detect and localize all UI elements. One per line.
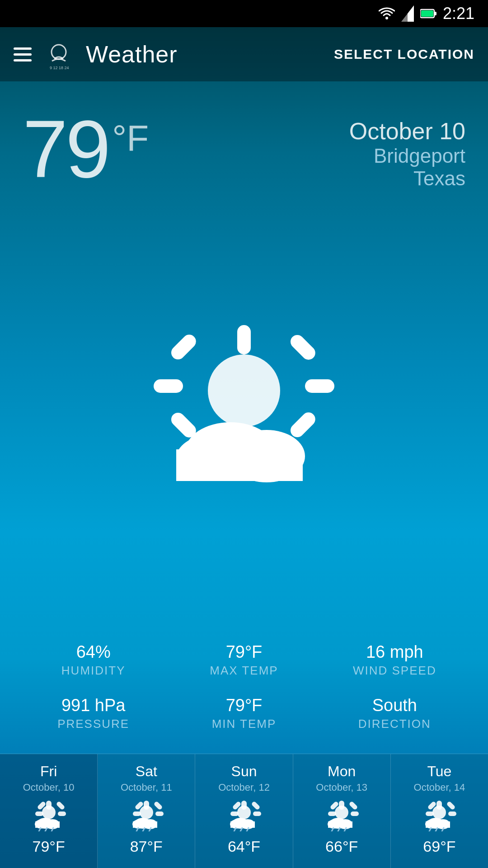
forecast-day-name: Tue — [427, 763, 451, 780]
temperature-display: 79 °F — [23, 108, 149, 190]
svg-rect-42 — [133, 821, 157, 828]
current-city: Bridgeport — [349, 145, 465, 167]
pressure-value: 991 hPa — [23, 696, 164, 715]
status-bar: 2:21 — [0, 0, 488, 27]
status-icons: 2:21 — [379, 4, 474, 23]
svg-point-0 — [385, 17, 388, 19]
main-weather: 79 °F October 10 Bridgeport Texas — [0, 81, 488, 868]
svg-rect-74 — [448, 811, 456, 816]
stat-humidity: 64% HUMIDITY — [18, 633, 169, 687]
forecast-day-sat[interactable]: Sat October, 11 87°F — [98, 754, 195, 868]
svg-rect-19 — [176, 449, 303, 481]
svg-point-51 — [237, 806, 251, 819]
forecast-day-name: Fri — [40, 763, 57, 780]
svg-point-15 — [208, 354, 280, 427]
stat-pressure: 991 hPa PRESSURE — [18, 687, 169, 740]
svg-rect-8 — [237, 325, 251, 354]
svg-rect-13 — [169, 332, 199, 362]
forecast-day-name: Sun — [231, 763, 257, 780]
temperature-unit: °F — [112, 118, 149, 159]
battery-icon — [420, 9, 436, 19]
stat-direction: South DIRECTION — [319, 687, 470, 740]
forecast-temperature: 69°F — [423, 838, 455, 855]
date-location: October 10 Bridgeport Texas — [349, 108, 465, 190]
app-title: Weather — [86, 41, 178, 68]
stats-grid: 64% HUMIDITY 79°F MAX TEMP 16 mph WIND S… — [0, 624, 488, 754]
direction-label: DIRECTION — [324, 717, 465, 731]
forecast-day-date: October, 12 — [218, 782, 270, 793]
svg-rect-60 — [349, 801, 358, 810]
forecast-day-tue[interactable]: Tue October, 14 69°F — [391, 754, 488, 868]
svg-point-25 — [42, 806, 56, 819]
svg-rect-81 — [426, 821, 450, 828]
wind-speed-label: WIND SPEED — [324, 664, 465, 678]
svg-rect-4 — [434, 12, 436, 15]
max-temp-value: 79°F — [173, 642, 314, 662]
svg-text:9 12 18 24: 9 12 18 24 — [50, 66, 69, 70]
app-header: 9 12 18 24 Weather SELECT LOCATION — [0, 27, 488, 81]
weather-icon-area — [0, 199, 488, 624]
forecast-weather-icon — [31, 800, 67, 831]
svg-rect-35 — [155, 811, 164, 816]
temp-date-row: 79 °F October 10 Bridgeport Texas — [0, 81, 488, 199]
svg-rect-22 — [58, 811, 66, 816]
svg-rect-29 — [35, 821, 60, 828]
forecast-temperature: 79°F — [33, 838, 65, 855]
svg-rect-73 — [446, 801, 456, 810]
direction-value: South — [324, 696, 465, 715]
forecast-temperature: 66°F — [325, 838, 358, 855]
svg-point-38 — [140, 806, 153, 819]
min-temp-value: 79°F — [173, 696, 314, 715]
current-date: October 10 — [349, 118, 465, 145]
humidity-value: 64% — [23, 642, 164, 662]
app-container: 9 12 18 24 Weather SELECT LOCATION 79 °F… — [0, 27, 488, 868]
max-temp-label: MAX TEMP — [173, 664, 314, 678]
svg-rect-47 — [251, 801, 260, 810]
forecast-day-date: October, 13 — [316, 782, 367, 793]
forecast-day-date: October, 11 — [121, 782, 172, 793]
app-logo: 9 12 18 24 — [41, 36, 77, 72]
forecast-weather-icon — [128, 800, 164, 831]
select-location-button[interactable]: SELECT LOCATION — [334, 47, 474, 62]
svg-rect-11 — [288, 410, 318, 440]
wind-speed-value: 16 mph — [324, 642, 465, 662]
forecast-day-mon[interactable]: Mon October, 13 66°F — [293, 754, 391, 868]
svg-rect-34 — [153, 801, 163, 810]
signal-icon — [401, 5, 414, 22]
svg-rect-68 — [328, 821, 352, 828]
svg-point-64 — [335, 806, 348, 819]
weather-condition-icon — [149, 321, 339, 494]
stat-wind-speed: 16 mph WIND SPEED — [319, 633, 470, 687]
temperature-value: 79 — [23, 108, 108, 190]
humidity-label: HUMIDITY — [23, 664, 164, 678]
header-left: 9 12 18 24 Weather — [14, 36, 178, 72]
svg-point-77 — [432, 806, 446, 819]
svg-rect-12 — [154, 379, 183, 393]
pressure-label: PRESSURE — [23, 717, 164, 731]
forecast-temperature: 64°F — [228, 838, 260, 855]
wifi-icon — [379, 7, 395, 20]
forecast-temperature: 87°F — [130, 838, 163, 855]
svg-rect-48 — [253, 811, 261, 816]
svg-rect-9 — [288, 332, 318, 362]
forecast-day-date: October, 10 — [23, 782, 75, 793]
forecast-day-sun[interactable]: Sun October, 12 64°F — [195, 754, 293, 868]
svg-rect-21 — [56, 801, 65, 810]
svg-rect-10 — [305, 379, 334, 393]
menu-button[interactable] — [14, 47, 32, 61]
stat-min-temp: 79°F MIN TEMP — [169, 687, 319, 740]
forecast-day-fri[interactable]: Fri October, 10 79°F — [0, 754, 98, 868]
forecast-weather-icon — [226, 800, 262, 831]
forecast-weather-icon — [324, 800, 360, 831]
status-time: 2:21 — [443, 4, 474, 23]
svg-rect-61 — [351, 811, 359, 816]
svg-rect-55 — [230, 821, 255, 828]
stat-max-temp: 79°F MAX TEMP — [169, 633, 319, 687]
forecast-row: Fri October, 10 79°F — [0, 754, 488, 868]
forecast-weather-icon — [421, 800, 457, 831]
forecast-day-name: Sat — [136, 763, 157, 780]
forecast-day-name: Mon — [328, 763, 356, 780]
current-state: Texas — [349, 167, 465, 190]
min-temp-label: MIN TEMP — [173, 717, 314, 731]
svg-rect-5 — [421, 10, 433, 17]
